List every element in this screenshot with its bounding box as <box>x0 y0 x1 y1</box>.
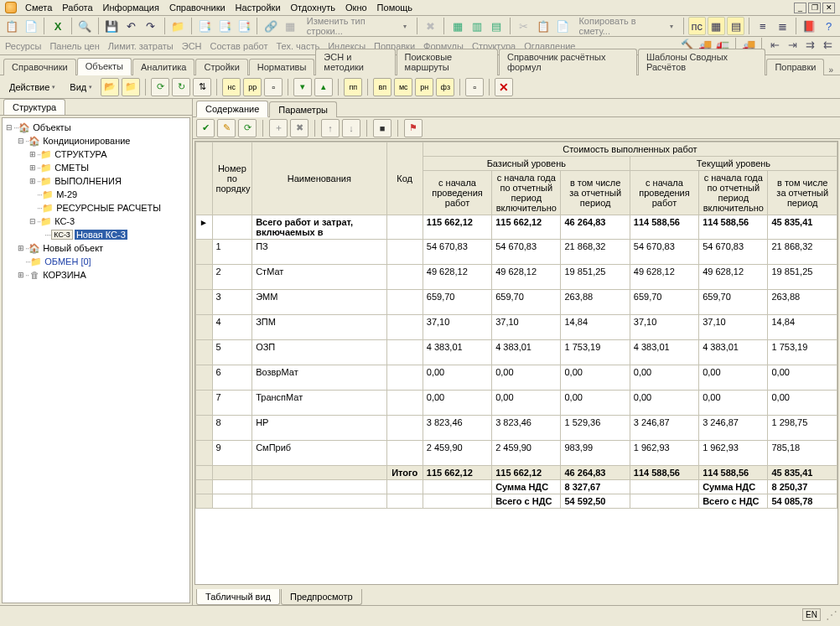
table-row[interactable]: 6ВозврМат0,000,000,000,000,000,00 <box>196 365 837 391</box>
tab-price-panel[interactable]: Панель цен <box>49 41 99 51</box>
close-doc-icon[interactable]: ✕ <box>495 78 513 96</box>
doc-blank-icon[interactable]: ▫ <box>264 78 283 96</box>
paste2-icon[interactable]: 📄 <box>553 17 571 35</box>
doc-ns-icon[interactable]: нс <box>222 78 241 96</box>
minimize-button[interactable]: _ <box>794 3 806 13</box>
tree-n2[interactable]: ⊞·· 🏠 Новый объект <box>4 241 188 255</box>
menu-settings[interactable]: Настройки <box>231 2 286 13</box>
save-icon[interactable]: 💾 <box>103 17 121 35</box>
align2-icon[interactable]: ≣ <box>774 17 791 35</box>
main-grid[interactable]: Номер по порядку Наименования Код Стоимо… <box>195 142 837 509</box>
sort-icon[interactable]: ⇅ <box>193 78 211 96</box>
navtab-objects[interactable]: Объекты <box>77 58 132 75</box>
yellow3-icon[interactable]: ▤ <box>727 17 744 35</box>
navtab-stroiki[interactable]: Стройки <box>195 59 247 75</box>
table-row[interactable]: 3ЭММ659,70659,70263,88659,70659,70263,88 <box>196 290 837 315</box>
menu-help[interactable]: Помощь <box>372 2 418 13</box>
col-code[interactable]: Код <box>386 142 423 215</box>
tree-n1f1[interactable]: ···· КС-3 Новая КС-3 <box>4 228 188 241</box>
folder-up-icon[interactable]: 📂 <box>101 78 119 96</box>
copy2-icon[interactable]: 📋 <box>534 17 552 35</box>
grid-area[interactable]: Номер по порядку Наименования Код Стоимо… <box>194 141 838 585</box>
gt-stop-icon[interactable]: ■ <box>373 119 391 137</box>
doc-y5-icon[interactable]: фз <box>436 78 454 96</box>
align1-icon[interactable]: ≡ <box>754 17 771 35</box>
tree-n1e[interactable]: ··· 📁 РЕСУРСНЫЕ РАСЧЕТЫ <box>4 201 188 215</box>
tree-n1f[interactable]: ⊟·· 📁 КС-3 <box>4 215 188 228</box>
table-row[interactable]: 2СтМат49 628,1249 628,1219 851,2549 628,… <box>196 265 837 290</box>
excel-icon[interactable]: X <box>49 17 66 35</box>
table-row[interactable]: 5ОЗП4 383,014 383,011 753,194 383,014 38… <box>196 340 837 365</box>
navtab-overflow[interactable]: » <box>825 65 837 75</box>
totals-row[interactable]: Итого 115 662,12 115 662,12 46 264,83 11… <box>196 466 837 480</box>
restore-button[interactable]: ❐ <box>808 3 821 13</box>
view-button[interactable]: Вид▾ <box>64 78 98 96</box>
gt-refresh-icon[interactable]: ⟳ <box>238 119 257 137</box>
content-tab-soderzhanie[interactable]: Содержание <box>196 101 268 117</box>
tree-n1c[interactable]: ⊞·· 📁 ВЫПОЛНЕНИЯ <box>4 174 188 188</box>
tree-root[interactable]: ⊟··· 🏠 Объекты <box>4 121 188 134</box>
grp3-icon[interactable]: ▤ <box>488 17 506 35</box>
redo-icon[interactable]: ↷ <box>142 17 159 35</box>
tree-n1[interactable]: ⊟·· 🏠 Кондиционирование <box>4 134 188 147</box>
gt-up-icon[interactable]: ↑ <box>321 119 340 137</box>
table-row[interactable]: 8НР3 823,463 823,461 529,363 246,873 246… <box>196 416 837 441</box>
menu-window[interactable]: Окно <box>340 2 372 13</box>
copy-icon[interactable]: 📋 <box>3 17 20 35</box>
gt-del-icon[interactable]: ✖ <box>290 119 309 137</box>
col-rownum[interactable]: Номер по порядку <box>212 142 252 215</box>
navtab-popravki[interactable]: Поправки <box>766 59 824 75</box>
table-row[interactable]: 9СмПриб2 459,902 459,90983,991 962,931 9… <box>196 441 837 466</box>
menu-smeta[interactable]: Смета <box>20 2 57 13</box>
status-lang[interactable]: EN <box>802 608 821 621</box>
bottom-tab-table[interactable]: Табличный вид <box>196 589 280 605</box>
table-row[interactable]: 4ЗПМ37,1037,1014,8437,1037,1014,84 <box>196 315 837 340</box>
yellow1-icon[interactable]: пс <box>688 17 706 35</box>
doc1-icon[interactable]: 📑 <box>196 17 214 35</box>
tab-esn[interactable]: ЭСН <box>182 41 202 51</box>
book-icon[interactable]: 📕 <box>801 17 818 35</box>
doc-rp-icon[interactable]: рр <box>243 78 262 96</box>
col-name[interactable]: Наименования <box>252 142 386 215</box>
navtab-esn[interactable]: ЭСН и методики <box>315 49 395 75</box>
doc-y3-icon[interactable]: мс <box>394 78 412 96</box>
grp1-icon[interactable]: ▦ <box>449 17 466 35</box>
folder-nav-icon[interactable]: 📁 <box>122 78 140 96</box>
menu-sprav[interactable]: Справочники <box>164 2 231 13</box>
with-vat-row[interactable]: Всего с НДС 54 592,50 Всего с НДС 54 085… <box>196 494 837 509</box>
tab-composition[interactable]: Состав работ <box>210 41 268 51</box>
table-icon[interactable]: ▦ <box>282 17 299 35</box>
close-button[interactable]: ✕ <box>822 3 835 13</box>
expand-icon[interactable]: ▴ <box>314 78 333 96</box>
tab-tech[interactable]: Тех. часть <box>276 41 319 51</box>
paste-icon[interactable]: 📄 <box>22 17 39 35</box>
copy-to-smeta-button[interactable]: Копировать в смету... ▾ <box>573 17 678 35</box>
vat-row[interactable]: Сумма НДС 8 327,67 Сумма НДС 8 250,37 <box>196 480 837 494</box>
table-row[interactable]: 7ТранспМат0,000,000,000,000,000,00 <box>196 391 837 416</box>
tree-n1a[interactable]: ⊞·· 📁 СТРУКТУРА <box>4 147 188 161</box>
doc-y2-icon[interactable]: вп <box>373 78 391 96</box>
tree-n4[interactable]: ⊞·· 🗑 КОРЗИНА <box>4 268 188 282</box>
indent-in-icon[interactable]: ⇥ <box>785 38 800 53</box>
yellow2-icon[interactable]: ▦ <box>708 17 725 35</box>
navtab-formulas[interactable]: Справочник расчётных формул <box>499 49 637 75</box>
folder-icon[interactable]: 📁 <box>169 17 187 35</box>
tree-n1d[interactable]: ··· 📁 М-29 <box>4 188 188 201</box>
doc3-icon[interactable]: 📑 <box>235 17 252 35</box>
navtab-analytics[interactable]: Аналитика <box>132 59 194 75</box>
gt-plus-icon[interactable]: ＋ <box>269 119 288 137</box>
navtab-norms[interactable]: Нормативы <box>249 59 315 75</box>
delete-icon[interactable]: ✖ <box>422 17 439 35</box>
tab-resources[interactable]: Ресурсы <box>5 41 41 51</box>
first-row[interactable]: ▸ Всего работ и затрат, включаемых в 115… <box>196 215 837 240</box>
collapse-icon[interactable]: ▾ <box>293 78 312 96</box>
cut-icon[interactable]: ✂ <box>515 17 532 35</box>
undo-icon[interactable]: ↶ <box>122 17 140 35</box>
tree-view[interactable]: ⊟··· 🏠 Объекты ⊟·· 🏠 Кондиционирование ⊞… <box>2 117 190 603</box>
tab-limit[interactable]: Лимит. затраты <box>108 41 174 51</box>
indent-in2-icon[interactable]: ⇉ <box>802 38 817 53</box>
indent-l-icon[interactable]: ⇤ <box>767 38 782 53</box>
doc2-icon[interactable]: 📑 <box>215 17 233 35</box>
menu-relax[interactable]: Отдохнуть <box>286 2 341 13</box>
navtab-templates[interactable]: Шаблоны Сводных Расчётов <box>638 49 766 75</box>
